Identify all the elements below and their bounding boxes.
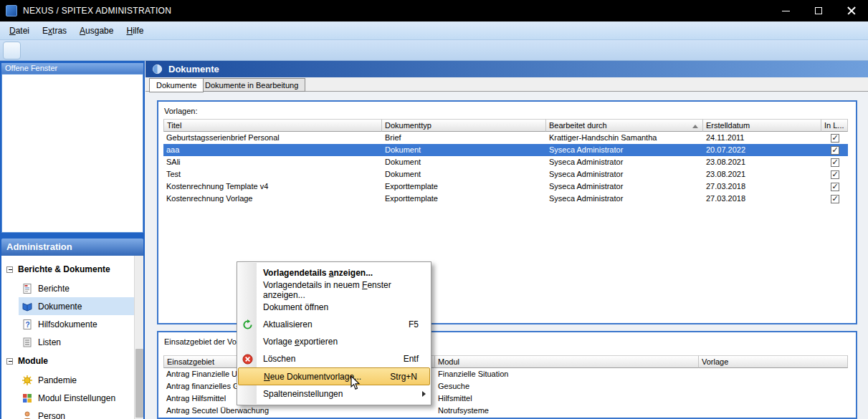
menu-datei[interactable]: Datei: [3, 21, 36, 40]
cell-dokumenttyp: Exporttemplate: [382, 193, 546, 205]
in-liste-checkbox[interactable]: [831, 195, 839, 203]
cell-bearbeitet-durch: Syseca Administrator: [546, 180, 703, 193]
tree-group-berichte-dokumente[interactable]: Berichte & Dokumente: [1, 259, 134, 279]
sidebar-item-hilfsdokumente[interactable]: ? Hilfsdokumente: [19, 315, 134, 333]
menu-item-dokument-oeffnen[interactable]: Dokument öffnen: [237, 299, 431, 316]
table-row-selected[interactable]: aaa Dokument Syseca Administrator 20.07.…: [163, 144, 848, 156]
cell-dokumenttyp: Brief: [382, 132, 546, 144]
sidebar-item-listen[interactable]: Listen: [19, 333, 134, 351]
menu-item-vorlage-exportieren[interactable]: Vorlage exportieren: [237, 333, 431, 350]
cell-in-liste: [821, 144, 848, 156]
menu-item-spalteneinstellungen[interactable]: Spalteneinstellungen: [237, 385, 431, 403]
column-header-vorlage[interactable]: Vorlage: [699, 355, 848, 368]
cell-dokumenttyp: Exporttemplate: [382, 180, 546, 193]
tree-scrollbar[interactable]: [134, 256, 143, 419]
sidebar-item-label: Modul Einstellungen: [38, 393, 115, 403]
menu-label: Ausgabe: [80, 26, 113, 36]
cell-einsatzgebiet: Antrag Secutel Überwachung: [163, 405, 308, 417]
in-liste-checkbox[interactable]: [831, 134, 839, 143]
tab-dokumente[interactable]: Dokumente: [149, 78, 204, 92]
module-settings-icon: [22, 392, 33, 404]
menu-label: Hilfe: [126, 26, 143, 36]
menu-shortcut: F5: [409, 319, 419, 329]
cell-modul: Finanzielle Situation: [435, 368, 699, 380]
cell-bearbeitet-durch: Syseca Administrator: [546, 168, 703, 180]
column-header-dokumenttyp[interactable]: Dokumenttyp: [382, 119, 546, 132]
cell-bearbeitet-durch: Syseca Administrator: [546, 144, 703, 156]
cell-titel: Kostenrechnung Template v4: [163, 180, 382, 193]
sidebar-item-label: Berichte: [38, 284, 70, 294]
collapse-icon[interactable]: [6, 358, 13, 365]
column-header-in-liste[interactable]: In L...: [821, 119, 848, 132]
sidebar: Offene Fenster Administration Berichte &…: [0, 61, 145, 419]
table-row[interactable]: Antrag Secutel Überwachung Notrufsysteme: [163, 405, 848, 417]
document-icon: [22, 301, 33, 312]
report-icon: [22, 283, 33, 294]
column-header-bearbeitet-durch[interactable]: Bearbeitet durch: [546, 119, 703, 132]
table-row[interactable]: Geburtstagsserienbrief Personal Brief Kr…: [163, 132, 848, 144]
menu-item-label: Dokument öffnen: [263, 302, 328, 312]
sidebar-item-modul-einstellungen[interactable]: Modul Einstellungen: [19, 389, 134, 407]
menu-extras[interactable]: Extras: [36, 21, 73, 40]
sidebar-item-label: Dokumente: [38, 302, 82, 312]
sidebar-item-pandemie[interactable]: Pandemie: [19, 371, 134, 389]
column-header-modul[interactable]: Modul: [435, 355, 699, 368]
menu-shortcut: Strg+N: [390, 372, 417, 382]
cell-dokumenttyp: Dokument: [382, 144, 546, 156]
scrollbar-thumb[interactable]: [135, 349, 143, 418]
vorlagen-table-header: Titel Dokumenttyp Bearbeitet durch Erste…: [163, 119, 848, 132]
cell-hidden: [308, 405, 435, 417]
window-title: NEXUS / SPITEX ADMINISTRATION: [23, 6, 171, 16]
toolbar-button[interactable]: [3, 42, 21, 59]
maximize-button[interactable]: [802, 0, 835, 21]
cell-modul: Notrufsysteme: [435, 405, 699, 417]
vorlagen-table: Titel Dokumenttyp Bearbeitet durch Erste…: [163, 119, 848, 205]
menu-item-vorlagendetails-neues-fenster[interactable]: Vorlagendetails in neuem Fenster anzeige…: [237, 281, 431, 299]
menu-item-neue-dokumentvorlage[interactable]: Neue Dokumentvorlage... Strg+N: [238, 367, 430, 385]
sidebar-item-label: Person: [38, 411, 65, 419]
administration-header: Administration: [1, 239, 143, 256]
table-row[interactable]: SAli Dokument Syseca Administrator 23.08…: [163, 156, 848, 168]
einsatzgebiet-label: Einsatzgebiet der Vo: [164, 337, 237, 346]
cell-erstelldatum: 23.08.2021: [703, 168, 821, 180]
menubar: Datei Extras Ausgabe Hilfe: [0, 21, 868, 40]
column-header-titel[interactable]: Titel: [163, 119, 382, 132]
context-menu: Vorlagendetails anzeigen... Vorlagendeta…: [237, 261, 431, 405]
menu-item-label: Aktualisieren: [263, 319, 313, 329]
in-liste-checkbox[interactable]: [831, 158, 839, 167]
table-row[interactable]: Test Dokument Syseca Administrator 23.08…: [163, 168, 848, 180]
menu-item-label: Vorlage exportieren: [263, 337, 338, 347]
delete-icon: [242, 353, 253, 365]
in-liste-checkbox[interactable]: [831, 170, 839, 179]
menu-item-vorlagendetails-anzeigen[interactable]: Vorlagendetails anzeigen...: [237, 264, 431, 281]
sidebar-item-berichte[interactable]: Berichte: [19, 279, 134, 297]
cell-titel: Geburtstagsserienbrief Personal: [163, 132, 382, 144]
sidebar-item-dokumente[interactable]: Dokumente: [19, 297, 134, 315]
collapse-icon[interactable]: [6, 266, 13, 273]
close-button[interactable]: [835, 0, 868, 21]
tree-group-label: Berichte & Dokumente: [18, 264, 110, 274]
menu-hilfe[interactable]: Hilfe: [120, 21, 150, 40]
cell-erstelldatum: 27.03.2018: [703, 193, 821, 205]
vorlagen-label: Vorlagen:: [164, 107, 197, 115]
documents-header-icon: [152, 64, 163, 74]
in-liste-checkbox[interactable]: [831, 183, 839, 191]
menu-ausgabe[interactable]: Ausgabe: [73, 21, 120, 40]
in-liste-checkbox[interactable]: [831, 146, 839, 155]
tab-dokumente-in-bearbeitung[interactable]: Dokumente in Bearbeitung: [198, 78, 305, 92]
minimize-button[interactable]: [769, 0, 802, 21]
table-row[interactable]: Kostenrechnung Vorlage Exporttemplate Sy…: [163, 193, 848, 205]
menu-item-label: Neue Dokumentvorlage...: [264, 372, 361, 382]
menu-item-loeschen[interactable]: Löschen Entf: [237, 350, 431, 367]
table-row[interactable]: Kostenrechnung Template v4 Exporttemplat…: [163, 180, 848, 193]
mouse-cursor: [350, 375, 361, 390]
sidebar-item-label: Listen: [38, 337, 61, 347]
tabstrip: Dokumente Dokumente in Bearbeitung: [146, 77, 868, 92]
tree-content: Berichte & Dokumente Berichte Dokumente …: [1, 256, 134, 419]
cell-modul: Gesuche: [435, 380, 699, 392]
tree-group-module[interactable]: Module: [1, 351, 134, 371]
column-header-erstelldatum[interactable]: Erstelldatum: [703, 119, 821, 132]
menu-item-aktualisieren[interactable]: Aktualisieren F5: [237, 316, 431, 333]
sidebar-item-person[interactable]: Person: [19, 407, 134, 419]
menu-label: Datei: [9, 26, 29, 36]
